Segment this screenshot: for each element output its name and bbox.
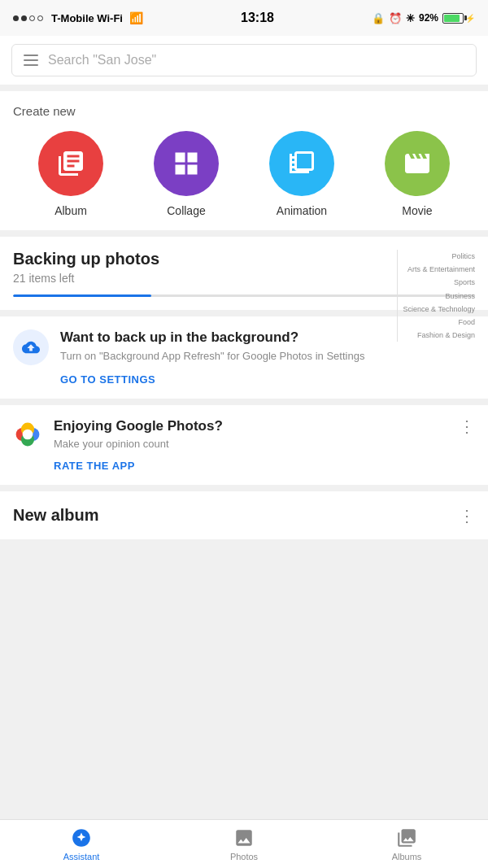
status-left: T-Mobile Wi-Fi 📶 xyxy=(13,11,143,24)
animation-circle xyxy=(269,131,334,196)
album-circle xyxy=(38,131,103,196)
bottom-navigation: Assistant Photos Albums xyxy=(0,819,488,868)
create-movie-button[interactable]: Movie xyxy=(385,131,450,217)
signal-dot-3 xyxy=(29,15,35,21)
go-to-settings-button[interactable]: GO TO SETTINGS xyxy=(60,373,475,386)
signal-dot-1 xyxy=(13,15,19,21)
create-new-section: Create new Album Collage xyxy=(0,91,488,230)
news-item-1: Politics xyxy=(403,250,475,263)
news-item-3: Sports xyxy=(403,276,475,289)
nav-assistant[interactable]: Assistant xyxy=(0,820,163,868)
collage-icon xyxy=(172,149,201,178)
signal-dot-4 xyxy=(37,15,43,21)
animation-label: Animation xyxy=(277,204,327,217)
status-time: 13:18 xyxy=(241,11,274,25)
news-item-5: Science & Technology xyxy=(403,303,475,316)
more-options-button[interactable]: ⋮ xyxy=(459,418,475,434)
create-animation-button[interactable]: Animation xyxy=(269,131,334,217)
news-sidebar: Politics Arts & Entertainment Sports Bus… xyxy=(403,250,475,342)
news-item-2: Arts & Entertainment xyxy=(403,263,475,276)
carrier-label: T-Mobile Wi-Fi xyxy=(51,12,123,24)
movie-circle xyxy=(385,131,450,196)
bg-backup-description: Turn on "Background App Refresh" for Goo… xyxy=(60,349,475,364)
assistant-nav-label: Assistant xyxy=(63,852,100,861)
create-collage-button[interactable]: Collage xyxy=(154,131,219,217)
album-icon xyxy=(56,149,85,178)
albums-nav-icon xyxy=(396,827,417,848)
gp-text-content: Enjoying Google Photos? Make your opinio… xyxy=(54,418,475,472)
album-label: Album xyxy=(54,204,87,217)
hamburger-menu-icon[interactable] xyxy=(24,55,38,66)
animation-icon xyxy=(287,149,316,178)
google-photos-card: Enjoying Google Photos? Make your opinio… xyxy=(0,405,488,485)
bluetooth-icon: ✳ xyxy=(406,12,415,24)
collage-circle xyxy=(154,131,219,196)
status-bar: T-Mobile Wi-Fi 📶 13:18 🔒 ⏰ ✳ 92% ⚡ xyxy=(0,0,488,36)
backup-card: Politics Arts & Entertainment Sports Bus… xyxy=(0,237,488,310)
gp-card-inner: Enjoying Google Photos? Make your opinio… xyxy=(13,418,475,472)
alarm-icon: ⏰ xyxy=(389,12,402,24)
news-item-7: Fashion & Design xyxy=(403,329,475,342)
new-album-card: New album ⋮ xyxy=(0,491,488,539)
lock-icon: 🔒 xyxy=(372,12,385,24)
battery-percent: 92% xyxy=(419,12,438,24)
make-opinion-desc: Make your opinion count xyxy=(54,438,475,450)
wifi-icon: 📶 xyxy=(129,11,143,24)
create-new-grid: Album Collage Animation xyxy=(13,131,475,217)
upload-icon-circle xyxy=(13,329,49,365)
rate-app-button[interactable]: RATE THE APP xyxy=(54,460,475,472)
photos-nav-icon xyxy=(233,827,255,848)
search-placeholder: Search "San Jose" xyxy=(48,53,156,68)
signal-dot-2 xyxy=(21,15,27,21)
search-bar-container: Search "San Jose" xyxy=(0,36,488,85)
nav-photos[interactable]: Photos xyxy=(163,820,325,868)
movie-label: Movie xyxy=(402,204,432,217)
news-item-4: Business xyxy=(403,290,475,303)
google-photos-icon xyxy=(13,420,42,449)
albums-nav-label: Albums xyxy=(392,852,422,861)
photos-nav-label: Photos xyxy=(230,852,258,861)
backup-progress-fill xyxy=(13,294,151,297)
assistant-nav-icon xyxy=(71,827,92,848)
status-right: 🔒 ⏰ ✳ 92% ⚡ xyxy=(372,12,475,24)
enjoying-photos-title: Enjoying Google Photos? xyxy=(54,418,475,434)
battery-indicator: ⚡ xyxy=(442,13,475,24)
new-album-title: New album xyxy=(13,506,99,525)
new-album-more-options-button[interactable]: ⋮ xyxy=(459,508,475,524)
movie-icon xyxy=(403,149,432,178)
nav-albums[interactable]: Albums xyxy=(325,820,488,868)
upload-icon xyxy=(22,338,40,356)
collage-label: Collage xyxy=(167,204,205,217)
news-item-6: Food xyxy=(403,316,475,329)
search-bar[interactable]: Search "San Jose" xyxy=(11,44,477,76)
create-new-title: Create new xyxy=(13,104,475,118)
create-album-button[interactable]: Album xyxy=(38,131,103,217)
svg-point-4 xyxy=(23,430,33,440)
